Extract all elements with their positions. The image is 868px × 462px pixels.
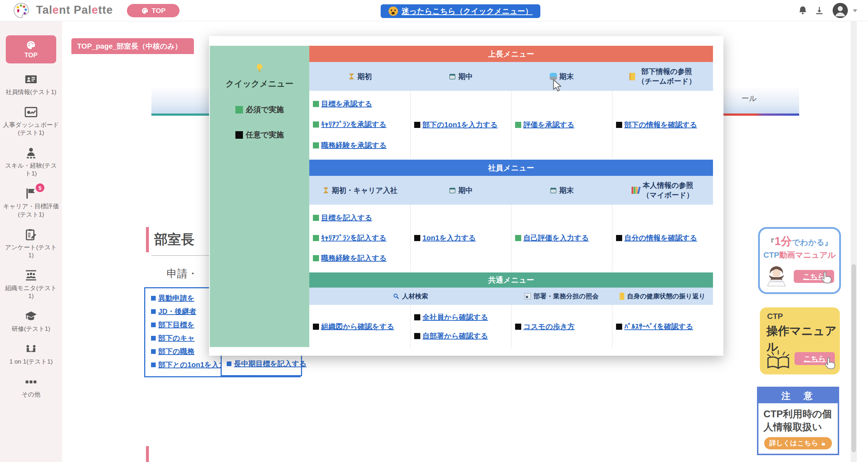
sidebar-item-label: TOP — [25, 52, 38, 59]
notice-title: 注 意 — [758, 388, 838, 403]
person-icon — [24, 146, 38, 160]
avatar[interactable] — [832, 2, 849, 19]
required-square-icon — [313, 142, 319, 148]
menu-link[interactable]: ｷｬﾘｱﾌﾟﾗﾝを承認する — [313, 120, 409, 129]
operation-manual-button[interactable]: こちら — [794, 352, 835, 365]
video-manual-button[interactable]: こちら — [794, 270, 834, 283]
required-square-icon — [313, 255, 319, 261]
menu-table-columns: 期初期中期末部下情報の参照（チームボード） — [309, 62, 713, 91]
sidebar-item-label: アンケート(テスト1) — [3, 244, 59, 259]
page-link[interactable]: 長中期目標を記入する — [227, 359, 306, 369]
menu-cell: 組織図から確認をする — [309, 305, 410, 348]
open-book-icon — [766, 349, 791, 370]
menu-link[interactable]: 部下の1on1を入力する — [414, 120, 510, 130]
magnifier-icon — [393, 293, 400, 300]
calendar-icon — [550, 187, 557, 194]
sidebar-item[interactable]: 研修(テスト1) — [3, 309, 59, 333]
optional-square-icon — [515, 324, 521, 330]
sidebar-item[interactable]: 組織モニタ(テスト1) — [3, 268, 59, 300]
sidebar-item-label: 人事ダッシュボード(テスト1) — [3, 121, 59, 137]
menu-link[interactable]: ｷｬﾘｱﾌﾟﾗﾝを記入する — [313, 233, 409, 243]
meeting-icon — [24, 342, 38, 356]
notification-badge: 5 — [36, 183, 44, 192]
quick-menu-link[interactable]: 迷ったらこちら（クイックメニュー） — [381, 4, 540, 18]
video-manual-subtitle: CTP動画マニュアル — [760, 250, 839, 261]
menu-table: 上長メニュー期初期中期末部下情報の参照（チームボード）目標を承認するｷｬﾘｱﾌﾟ… — [309, 46, 713, 159]
optional-square-icon — [414, 235, 420, 241]
menu-cell: 自己評価を入力する — [511, 205, 612, 271]
menu-link[interactable]: 評価を承認する — [515, 120, 611, 130]
sidebar-item[interactable]: 1 on 1(テスト1) — [3, 342, 59, 366]
menu-link[interactable]: 自部署から確認する — [414, 331, 510, 341]
sidebar-item-top[interactable]: TOP — [6, 35, 56, 63]
optional-square-icon — [414, 122, 420, 128]
download-icon[interactable] — [814, 5, 825, 16]
required-square-icon — [515, 122, 521, 128]
optional-square-icon — [235, 131, 243, 139]
menu-cell: 全社員から確認する自部署から確認する — [410, 305, 511, 348]
legend-required: 必須で実施 — [235, 105, 284, 115]
menu-link[interactable]: コスモの歩き方 — [515, 322, 611, 332]
menu-cell: ﾊﾟﾙｽｻｰﾍﾞｲを確認する — [612, 305, 713, 348]
menu-link[interactable]: 自己評価を入力する — [515, 233, 611, 243]
column-header: 期中 — [410, 176, 511, 205]
sidebar-item[interactable]: その他 — [3, 375, 59, 399]
chevron-down-icon[interactable] — [853, 9, 857, 12]
column-header: 部下情報の参照（チームボード） — [612, 62, 713, 91]
sidebar-item[interactable]: 5キャリア・目標評価(テスト1) — [3, 187, 59, 218]
menu-cell: 部下の1on1を入力する — [410, 91, 511, 159]
column-header: 期中 — [410, 62, 511, 91]
column-header: 期末 — [511, 62, 612, 91]
hourglass-icon — [322, 187, 329, 194]
sidebar-item-label: スキル・経験(テスト1) — [3, 162, 59, 178]
legend-optional: 任意で実施 — [235, 130, 284, 140]
menu-link[interactable]: ﾊﾟﾙｽｻｰﾍﾞｲを確認する — [616, 322, 712, 332]
bullet-icon — [151, 349, 156, 354]
required-square-icon — [313, 101, 319, 107]
menu-link[interactable]: 目標を記入する — [313, 213, 409, 223]
menu-link[interactable]: 目標を承認する — [313, 99, 409, 109]
woman-laptop-illustration — [763, 263, 789, 289]
menu-link[interactable]: 部下の情報を確認する — [616, 120, 712, 130]
optional-square-icon — [414, 333, 420, 339]
menu-link[interactable]: 組織図から確認をする — [313, 322, 409, 332]
sidebar-item[interactable]: 社員情報(テスト1) — [3, 72, 59, 96]
notice-detail-button[interactable]: 詳しくはこちら — [764, 437, 832, 449]
menu-table-body: 目標を承認するｷｬﾘｱﾌﾟﾗﾝを承認する職務経験を承認する部下の1on1を入力す… — [309, 91, 713, 159]
calendar-icon — [449, 73, 456, 80]
menu-link[interactable]: 1on1を入力する — [414, 233, 510, 243]
column-header: 本人情報の参照（マイボード） — [612, 176, 713, 205]
menu-link[interactable]: 全社員から確認する — [414, 312, 510, 322]
required-square-icon — [313, 215, 319, 221]
menu-cell: 1on1を入力する — [410, 205, 511, 271]
calendar-icon — [449, 187, 456, 194]
top-button[interactable]: TOP — [127, 4, 180, 17]
app-header: Talent Palette TOP 迷ったらこちら（クイックメニュー） — [0, 0, 868, 21]
menu-table: 社員メニュー期初・キャリア入社期中期末本人情報の参照（マイボード）目標を記入する… — [309, 160, 713, 271]
dots-icon — [24, 375, 38, 388]
bell-icon[interactable] — [797, 5, 808, 16]
required-square-icon — [313, 121, 319, 128]
menu-cell: 自分の情報を確認する — [612, 205, 713, 271]
graduation-icon — [24, 309, 38, 323]
page-subtitle: 申請・ — [167, 267, 198, 281]
menu-link[interactable]: 職務経験を承認する — [313, 141, 409, 150]
bullet-icon — [151, 363, 156, 367]
manual-title-line1: CTP — [767, 312, 783, 321]
scrollbar-thumb[interactable] — [851, 264, 856, 452]
menu-table-title: 社員メニュー — [309, 160, 713, 176]
hourglass-icon — [348, 73, 355, 80]
page-tab[interactable]: TOP_page_部室長（中核のみ） — [71, 38, 194, 54]
menu-link[interactable]: 職務経験を記入する — [313, 253, 409, 263]
dashboard-icon — [24, 105, 38, 119]
background-tab — [151, 88, 209, 116]
required-square-icon — [235, 106, 243, 114]
sidebar-item[interactable]: アンケート(テスト1) — [3, 228, 59, 259]
menu-link[interactable]: 自分の情報を確認する — [616, 233, 712, 243]
menu-table-body: 目標を記入するｷｬﾘｱﾌﾟﾗﾝを記入する職務経験を記入する1on1を入力する自己… — [309, 205, 713, 271]
sidebar-item[interactable]: 人事ダッシュボード(テスト1) — [3, 105, 59, 137]
sidebar-item[interactable]: スキル・経験(テスト1) — [3, 146, 59, 178]
optional-square-icon — [616, 324, 622, 330]
sidebar-item-label: 研修(テスト1) — [12, 325, 50, 333]
menu-cell: コスモの歩き方 — [511, 305, 612, 348]
